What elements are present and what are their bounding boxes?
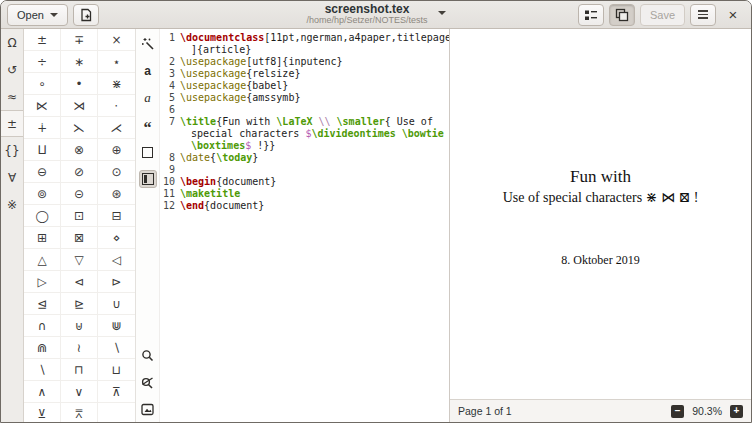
sidebar-category-brackets[interactable]: {} bbox=[1, 137, 23, 164]
line-number: 12 bbox=[160, 200, 180, 212]
search-button[interactable] bbox=[139, 346, 157, 364]
symbol-button[interactable]: ⊟ bbox=[98, 205, 135, 227]
symbol-button[interactable]: × bbox=[98, 29, 135, 51]
symbol-button[interactable]: ▽ bbox=[61, 249, 98, 271]
code-line[interactable]: 1\documentclass[11pt,ngerman,a4paper,tit… bbox=[160, 32, 449, 44]
sidebar-category-arrows[interactable]: ↺ bbox=[1, 56, 23, 83]
documents-list-button[interactable] bbox=[578, 4, 604, 26]
code-line[interactable]: 5\usepackage{amssymb} bbox=[160, 92, 449, 104]
open-button[interactable]: Open bbox=[7, 4, 68, 26]
sidebar-category-misc-math[interactable]: ∀ bbox=[1, 164, 23, 191]
symbol-button[interactable]: ∖ bbox=[98, 337, 135, 359]
symbol-button[interactable]: ⊓ bbox=[61, 359, 98, 381]
symbol-button[interactable]: ⋅ bbox=[98, 95, 135, 117]
symbol-button[interactable]: ⊳ bbox=[98, 271, 135, 293]
symbol-button[interactable]: ∧ bbox=[24, 381, 61, 403]
code-line[interactable]: 11\maketitle bbox=[160, 188, 449, 200]
symbol-button[interactable]: ⊎ bbox=[61, 315, 98, 337]
symbol-button[interactable]: ⋆ bbox=[98, 51, 135, 73]
symbol-button[interactable]: ⊵ bbox=[61, 293, 98, 315]
italic-button[interactable]: a bbox=[139, 89, 157, 107]
symbol-button[interactable]: △ bbox=[24, 249, 61, 271]
symbol-button[interactable]: ⋄ bbox=[98, 227, 135, 249]
symbol-button[interactable]: ▷ bbox=[24, 271, 61, 293]
symbol-button[interactable]: ∪ bbox=[98, 293, 135, 315]
symbol-button[interactable]: ⋊ bbox=[61, 95, 98, 117]
symbol-button[interactable]: ⋇ bbox=[98, 73, 135, 95]
symbol-button[interactable]: ∖ bbox=[24, 359, 61, 381]
sidebar-category-misc-symbols[interactable]: ※ bbox=[1, 191, 23, 218]
symbol-button[interactable]: ∓ bbox=[61, 29, 98, 51]
new-document-button[interactable] bbox=[73, 4, 99, 26]
symbol-button[interactable]: ⋒ bbox=[24, 337, 61, 359]
symbol-button[interactable]: ⊞ bbox=[24, 227, 61, 249]
symbol-button[interactable]: ⊛ bbox=[98, 183, 135, 205]
symbol-button[interactable]: ⊗ bbox=[61, 139, 98, 161]
window-close-button[interactable]: × bbox=[721, 7, 745, 22]
symbol-button[interactable]: ⊔ bbox=[98, 359, 135, 381]
sidebar-category-greek-letters[interactable]: Ω bbox=[1, 29, 23, 56]
bold-button[interactable]: a bbox=[139, 62, 157, 80]
symbol-button[interactable]: ⊙ bbox=[98, 161, 135, 183]
page-layout-button[interactable] bbox=[139, 170, 157, 188]
symbol-button[interactable]: ⊼ bbox=[98, 381, 135, 403]
menu-button[interactable] bbox=[690, 4, 716, 26]
code-line[interactable]: 9 bbox=[160, 164, 449, 176]
symbol-button[interactable]: ⊘ bbox=[61, 161, 98, 183]
insert-image-button[interactable] bbox=[139, 400, 157, 418]
zoom-in-button[interactable]: + bbox=[730, 405, 743, 418]
symbol-button[interactable]: ⊚ bbox=[24, 183, 61, 205]
source-editor[interactable]: 1\documentclass[11pt,ngerman,a4paper,tit… bbox=[160, 29, 449, 422]
code-line[interactable]: 4\usepackage{babel} bbox=[160, 80, 449, 92]
save-button[interactable]: Save bbox=[640, 4, 685, 26]
symbol-button[interactable]: ⊖ bbox=[24, 161, 61, 183]
symbol-button[interactable]: ⋓ bbox=[98, 315, 135, 337]
page-column-icon bbox=[142, 173, 154, 185]
code-line[interactable]: ]{article} bbox=[160, 44, 449, 56]
line-number: 5 bbox=[160, 92, 180, 104]
pdf-doc-title: Fun with bbox=[450, 167, 751, 187]
code-line[interactable]: 8\date{\today} bbox=[160, 152, 449, 164]
symbol-button[interactable]: ≀ bbox=[61, 337, 98, 359]
code-line[interactable]: 2\usepackage[utf8]{inputenc} bbox=[160, 56, 449, 68]
symbol-button[interactable]: ⊴ bbox=[24, 293, 61, 315]
code-line[interactable]: 12\end{document} bbox=[160, 200, 449, 212]
symbol-button[interactable]: ⩞ bbox=[61, 403, 98, 422]
symbol-button[interactable]: ⊻ bbox=[24, 403, 61, 422]
symbol-button[interactable]: ∔ bbox=[24, 117, 61, 139]
code-line[interactable]: \boxtimes$ !}} bbox=[160, 140, 449, 152]
symbol-button[interactable]: ∩ bbox=[24, 315, 61, 337]
code-line[interactable]: 6 bbox=[160, 104, 449, 116]
symbol-button[interactable]: ⋌ bbox=[98, 117, 135, 139]
quotes-button[interactable]: “ bbox=[139, 116, 157, 134]
frame-button[interactable] bbox=[139, 143, 157, 161]
symbol-button[interactable] bbox=[98, 403, 135, 422]
document-switcher[interactable]: screenshot.tex /home/hp/Setzer/NOTES/tes… bbox=[306, 3, 445, 26]
symbol-button[interactable]: ∘ bbox=[24, 73, 61, 95]
symbol-button[interactable]: ⋉ bbox=[24, 95, 61, 117]
code-line[interactable]: 10\begin{document} bbox=[160, 176, 449, 188]
symbol-button[interactable]: ◁ bbox=[98, 249, 135, 271]
preview-toggle-button[interactable] bbox=[609, 4, 635, 26]
symbol-button[interactable]: ± bbox=[24, 29, 61, 51]
symbol-button[interactable]: ∗ bbox=[61, 51, 98, 73]
find-replace-button[interactable] bbox=[139, 373, 157, 391]
symbol-button[interactable]: ⨿ bbox=[24, 139, 61, 161]
symbol-button[interactable]: ⋋ bbox=[61, 117, 98, 139]
zoom-out-button[interactable]: − bbox=[671, 405, 684, 418]
symbol-button[interactable]: ⊲ bbox=[61, 271, 98, 293]
symbol-button[interactable]: ⊠ bbox=[61, 227, 98, 249]
symbol-button[interactable]: ◯ bbox=[24, 205, 61, 227]
code-line[interactable]: 7\title{Fun with \LaTeX \\ \smaller{ Use… bbox=[160, 116, 449, 128]
sidebar-category-relations[interactable]: ≈ bbox=[1, 83, 23, 110]
symbol-button[interactable]: ÷ bbox=[24, 51, 61, 73]
sidebar-category-operators[interactable]: ± bbox=[1, 110, 23, 137]
symbol-button[interactable]: • bbox=[61, 73, 98, 95]
code-line[interactable]: special characters $\divideontimes \bowt… bbox=[160, 128, 449, 140]
symbol-button[interactable]: ⊡ bbox=[61, 205, 98, 227]
wizard-button[interactable] bbox=[139, 35, 157, 53]
symbol-button[interactable]: ⊕ bbox=[98, 139, 135, 161]
symbol-button[interactable]: ⊝ bbox=[61, 183, 98, 205]
code-line[interactable]: 3\usepackage{relsize} bbox=[160, 68, 449, 80]
symbol-button[interactable]: ∨ bbox=[61, 381, 98, 403]
